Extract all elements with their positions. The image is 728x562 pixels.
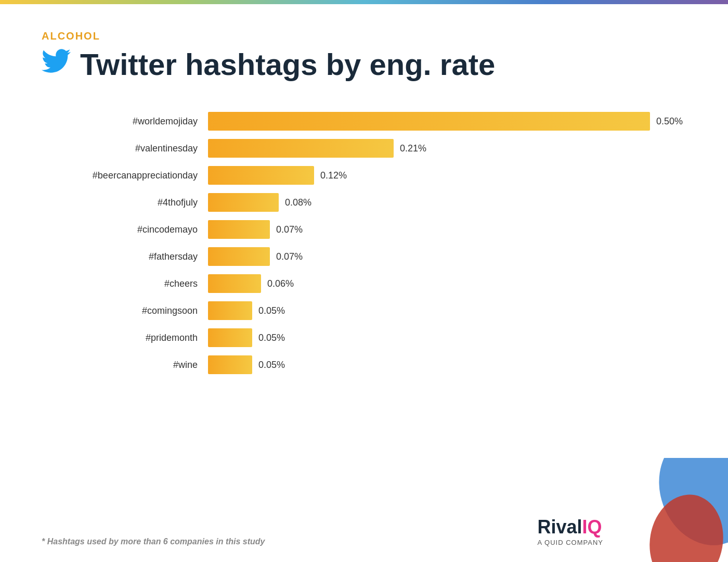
bar-value: 0.07% <box>276 251 303 262</box>
hashtag-label: #valentinesday <box>62 143 208 154</box>
footnote: * Hashtags used by more than 6 companies… <box>42 537 265 546</box>
bar <box>208 193 279 212</box>
bar-wrapper: 0.08% <box>208 193 686 212</box>
bar <box>208 112 650 131</box>
logo-container: RivalIQ A QUID COMPANY <box>538 518 603 546</box>
rivaliq-logo: RivalIQ <box>538 518 602 537</box>
bar <box>208 139 394 158</box>
bar <box>208 328 252 347</box>
chart-row: #beercanappreciationday0.12% <box>62 162 686 189</box>
hashtag-label: #cincodemayo <box>62 224 208 235</box>
chart-row: #worldemojiday0.50% <box>62 108 686 135</box>
bar <box>208 166 314 185</box>
hashtag-label: #fathersday <box>62 251 208 262</box>
chart-row: #4thofjuly0.08% <box>62 189 686 216</box>
bar-wrapper: 0.12% <box>208 166 686 185</box>
bar <box>208 301 252 320</box>
logo-iq: IQ <box>582 516 602 538</box>
bar-wrapper: 0.05% <box>208 328 686 347</box>
title-text: Twitter hashtags by eng. rate <box>80 47 495 82</box>
bar-wrapper: 0.07% <box>208 247 686 266</box>
bar-value: 0.08% <box>285 197 311 208</box>
chart-row: #cincodemayo0.07% <box>62 216 686 243</box>
bar-wrapper: 0.21% <box>208 139 686 158</box>
bar-wrapper: 0.50% <box>208 112 686 131</box>
category-label: ALCOHOL <box>42 30 686 42</box>
bar-wrapper: 0.05% <box>208 355 686 374</box>
bar-value: 0.05% <box>258 305 285 316</box>
chart-row: #wine0.05% <box>62 351 686 378</box>
hashtag-label: #beercanappreciationday <box>62 170 208 181</box>
bar <box>208 274 261 293</box>
bar-value: 0.06% <box>267 278 294 289</box>
bar-wrapper: 0.05% <box>208 301 686 320</box>
hashtag-label: #pridemonth <box>62 333 208 343</box>
chart-row: #pridemonth0.05% <box>62 324 686 351</box>
hashtag-label: #cheers <box>62 278 208 289</box>
hashtag-label: #worldemojiday <box>62 116 208 127</box>
logo-rival: Rival <box>538 516 582 538</box>
twitter-icon <box>42 46 71 82</box>
chart-row: #cheers0.06% <box>62 270 686 297</box>
chart-row: #comingsoon0.05% <box>62 297 686 324</box>
bar <box>208 355 252 374</box>
chart-row: #valentinesday0.21% <box>62 135 686 162</box>
bar-value: 0.21% <box>400 143 426 154</box>
top-gradient-bar <box>0 0 728 4</box>
bar-value: 0.12% <box>320 170 347 181</box>
hashtag-label: #wine <box>62 360 208 371</box>
chart-container: #worldemojiday0.50%#valentinesday0.21%#b… <box>62 108 686 378</box>
quid-tagline: A QUID COMPANY <box>538 539 603 546</box>
bar-wrapper: 0.07% <box>208 220 686 239</box>
chart-row: #fathersday0.07% <box>62 243 686 270</box>
bar <box>208 247 270 266</box>
bar-value: 0.05% <box>258 360 285 371</box>
bar <box>208 220 270 239</box>
hashtag-label: #4thofjuly <box>62 197 208 208</box>
bar-wrapper: 0.06% <box>208 274 686 293</box>
decorative-shapes <box>614 458 728 562</box>
hashtag-label: #comingsoon <box>62 305 208 316</box>
bar-value: 0.05% <box>258 333 285 343</box>
bar-value: 0.50% <box>656 116 683 127</box>
page-title: Twitter hashtags by eng. rate <box>42 46 686 82</box>
bar-value: 0.07% <box>276 224 303 235</box>
